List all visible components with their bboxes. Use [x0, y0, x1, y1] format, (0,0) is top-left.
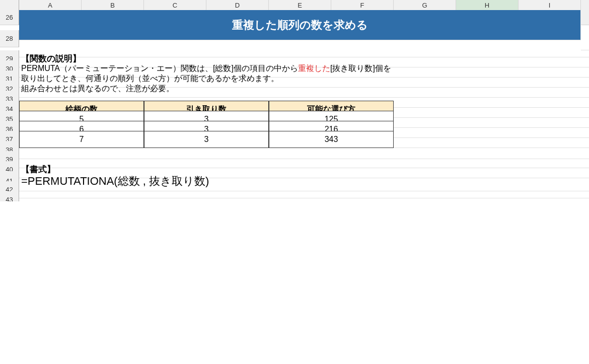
col-header-A[interactable]: A	[19, 0, 82, 11]
col-header-B[interactable]: B	[82, 0, 144, 11]
col-header-G[interactable]: G	[394, 0, 456, 11]
col-header-I[interactable]: I	[519, 0, 581, 11]
row-header-43[interactable]: 43	[0, 191, 19, 201]
row-header-26[interactable]: 26	[0, 10, 19, 25]
cell-row-43[interactable]	[19, 191, 589, 201]
col-header-E[interactable]: E	[269, 0, 331, 11]
col-header-H[interactable]: H	[456, 0, 519, 11]
col-header-J[interactable]: J	[581, 0, 589, 11]
spreadsheet-grid[interactable]: A B C D E F G H I J 26 重複した順列の数を求める 27 2…	[0, 0, 589, 201]
col-header-F[interactable]: F	[331, 0, 394, 11]
title-banner: 重複した順列の数を求める	[19, 10, 581, 40]
col-header-D[interactable]: D	[206, 0, 269, 11]
row-header-28[interactable]: 28	[0, 30, 19, 47]
col-header-C[interactable]: C	[144, 0, 206, 11]
select-all-corner[interactable]	[0, 0, 19, 11]
